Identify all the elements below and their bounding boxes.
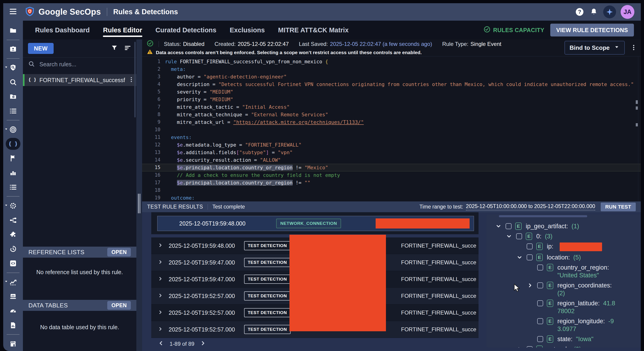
sidebar-item-shield-search[interactable] xyxy=(3,61,23,75)
sidebar-item-bar-chart[interactable] xyxy=(3,166,23,180)
checkbox[interactable] xyxy=(537,300,543,306)
code-line-2[interactable]: 2 meta: xyxy=(142,65,641,73)
panel-resize-gutter[interactable] xyxy=(136,40,142,351)
code-line-14[interactable]: 14 $e.security_result.action = "ALLOW" xyxy=(142,156,641,164)
code-line-8[interactable]: 8 mitre_attack_technique = "External Rem… xyxy=(142,111,641,118)
caret-down-icon[interactable] xyxy=(4,65,8,70)
expand-chevron-icon[interactable] xyxy=(158,276,163,282)
sidebar-item-storefront[interactable] xyxy=(3,336,23,351)
sidebar-item-search[interactable] xyxy=(3,75,23,90)
tab-mitre-att-ck-matrix[interactable]: MITRE ATT&CK Matrix xyxy=(271,21,355,40)
tree-row-network[interactable]: Enetwork: (3) xyxy=(486,344,618,347)
sidebar-item-gauge[interactable] xyxy=(3,303,23,318)
code-line-12[interactable]: 12 $e.metadata.log_type = "FORTINET_FIRE… xyxy=(142,141,641,149)
code-line-7[interactable]: 7 mitre_attack_tactic = "Initial Access" xyxy=(142,103,641,111)
expand-chevron-icon[interactable] xyxy=(158,293,163,299)
expand-chevron-icon[interactable] xyxy=(158,309,163,316)
tree-row-region_coordinates[interactable]: Eregion_coordinates: (2) xyxy=(486,280,618,298)
sidebar-item-chart-line[interactable] xyxy=(3,275,23,289)
code-line-3[interactable]: 3 author = "agentic-detection-engineer" xyxy=(142,73,641,81)
code-line-18[interactable]: 18 xyxy=(142,187,641,194)
tree-row-ip_geo_artifact[interactable]: Eip_geo_artifact: (1) xyxy=(486,221,618,231)
horizontal-scrollbar[interactable] xyxy=(499,215,587,217)
time-range-value[interactable]: 2025-12-05T10:00:00.000 to 2025-12-05T22… xyxy=(466,203,595,210)
tree-row-region_longitude[interactable]: Eregion_longitude: -93.0977 xyxy=(486,316,618,334)
view-rule-detections-button[interactable]: VIEW RULE DETECTIONS xyxy=(550,24,634,37)
sidebar-item-folder[interactable] xyxy=(3,24,23,38)
code-line-16[interactable]: 16 // Add a check to ensure the country … xyxy=(142,171,641,179)
checkbox[interactable] xyxy=(527,346,532,347)
expand-chevron-icon[interactable] xyxy=(158,326,163,333)
next-page-icon[interactable] xyxy=(200,340,206,348)
sidebar-item-gear[interactable] xyxy=(3,198,23,213)
sidebar-item-code-square[interactable] xyxy=(3,256,23,271)
expand-chevron-icon[interactable] xyxy=(158,242,163,249)
checkbox[interactable] xyxy=(506,223,512,229)
sidebar-item-list[interactable] xyxy=(3,104,23,118)
rule-list-item-selected[interactable]: { } FORTINET_FIREWALL_successful_vpn xyxy=(23,74,136,86)
chevron-down-icon[interactable] xyxy=(506,232,516,240)
selected-event-row[interactable]: 2025-12-05T19:59:48.000 NETWORK_CONNECTI… xyxy=(157,216,474,231)
tab-rules-editor[interactable]: Rules Editor xyxy=(96,21,149,40)
rule-item-menu-icon[interactable] xyxy=(128,76,134,84)
checkbox[interactable] xyxy=(537,282,543,288)
checkbox[interactable] xyxy=(537,318,543,324)
menu-icon[interactable] xyxy=(9,8,17,16)
sidebar-item-history[interactable] xyxy=(3,242,23,256)
tree-row-country_or_region[interactable]: Ecountry_or_region: "United States" xyxy=(486,262,618,280)
sidebar-item-list[interactable] xyxy=(3,180,23,195)
bind-to-scope-dropdown[interactable]: Bind to Scope xyxy=(564,41,625,55)
sidebar-item-target[interactable] xyxy=(3,122,23,137)
tab-curated-detections[interactable]: Curated Detections xyxy=(149,21,223,40)
chevron-down-icon[interactable] xyxy=(496,222,506,230)
tree-row-region_latitude[interactable]: Eregion_latitude: 41.878002 xyxy=(486,298,618,316)
new-rule-button[interactable]: NEW xyxy=(28,43,54,54)
tree-row-0[interactable]: E0: (3) xyxy=(486,231,618,241)
code-line-4[interactable]: 4 description = "Detects successful Fort… xyxy=(142,81,641,88)
code-line-13[interactable]: 13 $e.additional.fields["subtype"] = "vp… xyxy=(142,149,641,156)
checkbox[interactable] xyxy=(516,233,522,239)
previous-page-icon[interactable] xyxy=(158,340,164,348)
data-tables-open-button[interactable]: OPEN xyxy=(107,301,131,310)
checkbox[interactable] xyxy=(537,264,543,270)
sort-icon[interactable] xyxy=(124,44,131,53)
avatar[interactable]: JA xyxy=(620,5,634,19)
sidebar-item-braces[interactable]: { } xyxy=(3,137,23,151)
checkbox[interactable] xyxy=(537,336,543,342)
sidebar-item-flag[interactable] xyxy=(3,151,23,166)
code-line-6[interactable]: 6 priority = "MEDIUM" xyxy=(142,96,641,103)
run-test-button[interactable]: RUN TEST xyxy=(601,203,636,211)
sidebar-item-puzzle[interactable] xyxy=(3,227,23,242)
search-rules-input[interactable] xyxy=(39,61,131,68)
tab-exclusions[interactable]: Exclusions xyxy=(223,21,271,40)
help-icon[interactable]: ? xyxy=(575,7,584,17)
sidebar-item-id-badge[interactable] xyxy=(3,42,23,57)
code-line-9[interactable]: 9 mitre_attack_url = "https://attack.mit… xyxy=(142,118,641,126)
sidebar-item-report[interactable] xyxy=(3,318,23,332)
checkbox[interactable] xyxy=(527,254,532,260)
chevron-right-icon[interactable] xyxy=(516,345,527,347)
tab-rules-dashboard[interactable]: Rules Dashboard xyxy=(28,21,96,40)
sidebar-item-folder-eye[interactable] xyxy=(3,89,23,104)
gemini-sparkle-icon[interactable] xyxy=(603,6,616,18)
sidebar-item-laptop-chart[interactable] xyxy=(3,289,23,304)
caret-down-icon[interactable] xyxy=(4,127,8,132)
last-saved-value[interactable]: 2025-12-05 22:02:47 (a few seconds ago) xyxy=(330,41,432,47)
code-line-19[interactable]: 19 outcome: xyxy=(142,194,641,201)
tree-row-ip[interactable]: Eip: xyxy=(486,241,618,252)
code-line-10[interactable]: 10 xyxy=(142,126,641,134)
sidebar-item-workflow[interactable] xyxy=(3,213,23,227)
code-line-17[interactable]: 17 $e.principal.location.country_or_regi… xyxy=(142,179,641,187)
caret-down-icon[interactable] xyxy=(4,203,8,208)
notifications-icon[interactable] xyxy=(589,7,598,17)
expand-chevron-icon[interactable] xyxy=(158,259,163,266)
chevron-down-icon[interactable] xyxy=(516,253,527,261)
editor-menu-icon[interactable] xyxy=(630,44,637,52)
code-line-15[interactable]: 15 $e.principal.location.country_or_regi… xyxy=(142,164,641,171)
tree-row-location[interactable]: Elocation: (5) xyxy=(486,252,618,262)
caret-down-icon[interactable] xyxy=(4,280,8,284)
reference-lists-open-button[interactable]: OPEN xyxy=(107,248,131,256)
code-line-1[interactable]: 1rule FORTINET_FIREWALL_successful_vpn_f… xyxy=(142,58,641,65)
filter-icon[interactable] xyxy=(111,44,118,53)
checkbox[interactable] xyxy=(527,243,532,249)
